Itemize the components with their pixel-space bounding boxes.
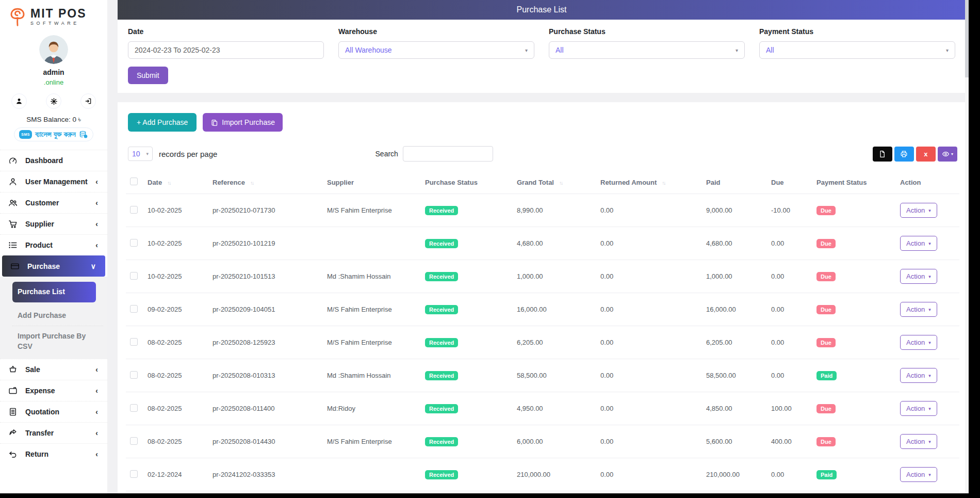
caret-down-icon: ▾ [928, 373, 931, 378]
settings-button[interactable] [46, 93, 61, 109]
brand-logo[interactable]: MIT POS SOFTWARE [0, 0, 107, 31]
column-header-reference[interactable]: Reference↑↓ [208, 171, 323, 194]
return-icon [8, 449, 18, 459]
add-sms-balance-button[interactable]: SMS ব্যালেন্স যুক্ত করুন [14, 127, 93, 141]
cell-reference: pr-20250208-010313 [208, 359, 323, 392]
product-list-icon [8, 240, 18, 250]
column-visibility-button[interactable]: ▾ [938, 147, 957, 162]
logout-button[interactable] [80, 93, 96, 109]
sidebar-item-return[interactable]: Return‹ [0, 443, 107, 464]
sidebar-item-sale[interactable]: Sale‹ [0, 359, 107, 380]
user-profile: admin .online SMS Balance: 0 ৳ SMS ব্যাল… [0, 35, 107, 141]
sort-icon[interactable]: ↑↓ [559, 180, 562, 186]
row-action-button[interactable]: Action▾ [900, 236, 937, 251]
sidebar-item-label: Expense [25, 387, 88, 395]
page-scrollbar[interactable] [965, 0, 969, 493]
profile-button[interactable] [11, 93, 27, 109]
cell-paid: 5,600.00 [702, 425, 767, 458]
row-action-button[interactable]: Action▾ [900, 302, 937, 317]
table-row: 02-12-2024pr-20241202-034715M/S Fahim En… [126, 491, 959, 494]
cell-supplier: Md:Ridoy [323, 392, 421, 425]
payment-status-label: Payment Status [759, 27, 955, 36]
row-checkbox[interactable] [130, 371, 138, 379]
print-button[interactable] [894, 147, 914, 162]
profile-actions [0, 86, 107, 109]
warehouse-label: Warehouse [338, 27, 534, 36]
row-checkbox[interactable] [130, 338, 138, 346]
submit-button[interactable]: Submit [128, 67, 168, 84]
sidebar-item-supplier[interactable]: Supplier‹ [0, 213, 107, 234]
purchase-status-badge: Received [425, 239, 458, 248]
export-pdf-button[interactable] [873, 147, 892, 162]
sidebar-item-product[interactable]: Product‹ [0, 234, 107, 255]
row-checkbox[interactable] [130, 470, 138, 478]
purchase-status-filter: Purchase Status All ▾ [549, 27, 745, 59]
cell-returned-amount: 0.00 [596, 359, 702, 392]
sort-icon[interactable]: ↑↓ [167, 180, 170, 186]
sidebar-item-expense[interactable]: Expense‹ [0, 380, 107, 401]
export-excel-button[interactable]: x [916, 147, 936, 162]
purchase-status-badge: Received [425, 338, 458, 347]
sort-icon[interactable]: ↑↓ [250, 180, 253, 186]
cell-grand-total: 4,950.00 [513, 392, 596, 425]
sidebar-item-transfer[interactable]: Transfer‹ [0, 422, 107, 443]
purchase-status-label: Purchase Status [549, 27, 745, 36]
cell-paid: 6,205.00 [702, 326, 767, 359]
row-action-button[interactable]: Action▾ [900, 467, 937, 482]
avatar[interactable] [39, 35, 68, 64]
row-checkbox[interactable] [130, 305, 138, 313]
purchase-status-badge: Received [425, 470, 458, 479]
sidebar-item-customer[interactable]: Customer‹ [0, 192, 107, 213]
sidebar-item-quotation[interactable]: Quotation‹ [0, 401, 107, 422]
records-per-page-select[interactable]: 10 ▾ [128, 147, 153, 161]
row-checkbox[interactable] [130, 272, 138, 280]
warehouse-select[interactable]: All Warehouse ▾ [338, 41, 534, 59]
row-checkbox[interactable] [130, 206, 138, 214]
cell-paid: 4,680.00 [702, 227, 767, 260]
cell-due: 0.00 [767, 260, 812, 293]
row-checkbox[interactable] [130, 437, 138, 445]
sidebar-subitem-import-purchase-by-csv[interactable]: Import Purchase By CSV [12, 326, 103, 357]
select-all-checkbox[interactable] [130, 178, 138, 185]
date-filter: Date [128, 27, 324, 59]
sidebar-subitem-purchase-list[interactable]: Purchase List [12, 282, 96, 302]
cell-reference: pr-20250210-101219 [208, 227, 323, 260]
row-action-button[interactable]: Action▾ [900, 434, 937, 449]
chevron-left-icon: ‹ [95, 450, 99, 458]
column-header-date[interactable]: Date↑↓ [143, 171, 208, 194]
row-action-button[interactable]: Action▾ [900, 203, 937, 218]
purchase-status-select-value: All [556, 46, 564, 54]
sidebar-submenu-purchase: Purchase ListAdd PurchaseImport Purchase… [0, 277, 107, 359]
payment-status-badge: Due [816, 404, 836, 413]
user-domain[interactable]: .online [0, 78, 107, 86]
column-header-grand-total[interactable]: Grand Total↑↓ [513, 171, 596, 194]
row-action-button[interactable]: Action▾ [900, 368, 937, 383]
column-header-returned-amount[interactable]: Returned Amount↑↓ [596, 171, 702, 194]
sidebar-item-label: Dashboard [25, 156, 99, 165]
sidebar-subitem-add-purchase[interactable]: Add Purchase [12, 306, 103, 327]
import-purchase-button[interactable]: Import Purchase [203, 113, 283, 132]
row-action-button[interactable]: Action▾ [900, 401, 937, 416]
sidebar-item-purchase[interactable]: Purchase∨ [2, 255, 105, 277]
cell-date: 10-02-2025 [143, 227, 208, 260]
sort-icon[interactable]: ↑↓ [662, 180, 665, 186]
payment-status-select[interactable]: All ▾ [759, 41, 955, 59]
cell-supplier: M/S Fahim Enterprise [323, 425, 421, 458]
table-body: 10-02-2025pr-20250210-071730M/S Fahim En… [126, 194, 959, 494]
sidebar-item-user-management[interactable]: User Management‹ [0, 171, 107, 192]
row-checkbox[interactable] [130, 404, 138, 412]
sidebar-item-dashboard[interactable]: Dashboard [0, 150, 107, 171]
row-checkbox[interactable] [130, 239, 138, 247]
add-purchase-button[interactable]: + Add Purchase [128, 113, 197, 132]
payment-status-badge: Due [816, 206, 836, 215]
search-input[interactable] [403, 146, 493, 162]
scrollbar-thumb[interactable] [965, 0, 969, 77]
row-action-button[interactable]: Action▾ [900, 335, 937, 350]
chevron-left-icon: ‹ [95, 241, 99, 249]
cell-reference: pr-20241202-034715 [208, 491, 323, 494]
logout-icon [85, 98, 92, 105]
purchase-status-select[interactable]: All ▾ [549, 41, 745, 59]
caret-down-icon: ▾ [928, 307, 931, 312]
date-range-input[interactable] [128, 41, 324, 59]
row-action-button[interactable]: Action▾ [900, 269, 937, 284]
